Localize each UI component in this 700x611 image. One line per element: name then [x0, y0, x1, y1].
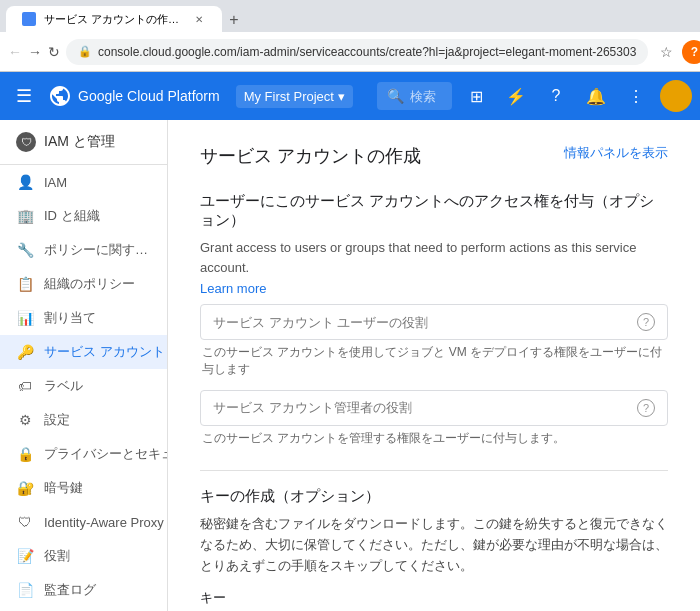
apps-icon[interactable]: ⊞ — [460, 80, 492, 112]
sidebar-item-identity-label: ID と組織 — [44, 207, 100, 225]
sidebar-item-iap-label: Identity-Aware Proxy — [44, 515, 164, 530]
sidebar-item-roles[interactable]: 📝 役割 — [0, 539, 167, 573]
sidebar-item-privacy-security-label: プライバシーとセキュリティ — [44, 445, 168, 463]
bookmark-icon[interactable]: ☆ — [654, 40, 678, 64]
sidebar-item-iap[interactable]: 🛡 Identity-Aware Proxy — [0, 505, 167, 539]
hamburger-menu-button[interactable]: ☰ — [8, 80, 40, 112]
gcp-logo: Google Cloud Platform — [48, 84, 220, 108]
back-button[interactable]: ← — [8, 40, 22, 64]
sidebar-item-quota[interactable]: 📊 割り当て — [0, 301, 167, 335]
sidebar-item-iam[interactable]: 👤 IAM — [0, 165, 167, 199]
search-input[interactable] — [410, 89, 442, 104]
crypto-keys-icon: 🔐 — [16, 479, 34, 497]
iam-header-icon: 🛡 — [16, 132, 36, 152]
iam-icon: 👤 — [16, 173, 34, 191]
org-policy-icon: 📋 — [16, 275, 34, 293]
notification-bell-icon[interactable]: 🔔 — [580, 80, 612, 112]
sidebar-header: 🛡 IAM と管理 — [0, 120, 167, 165]
sidebar-header-label: IAM と管理 — [44, 133, 115, 151]
gcp-logo-icon — [48, 84, 72, 108]
service-account-admin-input[interactable] — [213, 400, 637, 415]
user-access-title: ユーザーにこのサービス アカウントへのアクセス権を付与（オプション） — [200, 192, 668, 230]
key-label: キー — [200, 589, 668, 607]
project-name: My First Project — [244, 89, 334, 104]
labels-icon: 🏷 — [16, 377, 34, 395]
tab-favicon — [22, 12, 36, 26]
key-creation-section: キーの作成（オプション） 秘密鍵を含むファイルをダウンロードします。この鍵を紛失… — [200, 487, 668, 611]
iap-icon: 🛡 — [16, 513, 34, 531]
settings-icon: ⚙ — [16, 411, 34, 429]
main-area: 🛡 IAM と管理 👤 IAM 🏢 ID と組織 🔧 ポリシーに関するトラブル…… — [0, 120, 700, 611]
service-account-admin-hint: このサービス アカウントを管理する権限をユーザーに付与します。 — [200, 430, 668, 447]
audit-log-icon: 📄 — [16, 581, 34, 599]
project-dropdown-icon: ▾ — [338, 89, 345, 104]
roles-icon: 📝 — [16, 547, 34, 565]
learn-more-link[interactable]: Learn more — [200, 281, 266, 296]
url-text: console.cloud.google.com/iam-admin/servi… — [98, 45, 636, 59]
service-account-user-input[interactable] — [213, 315, 637, 330]
active-tab[interactable]: サービス アカウントの作成 - IAM と管理 ✕ — [6, 6, 222, 32]
sidebar-item-service-accounts[interactable]: 🔑 サービス アカウント — [0, 335, 167, 369]
profile-avatar[interactable]: ? — [682, 40, 700, 64]
sidebar-item-crypto-keys[interactable]: 🔐 暗号鍵 — [0, 471, 167, 505]
secure-icon: 🔒 — [78, 45, 92, 58]
sidebar-item-identity[interactable]: 🏢 ID と組織 — [0, 199, 167, 233]
top-navigation: ☰ Google Cloud Platform My First Project… — [0, 72, 700, 120]
service-account-user-hint: このサービス アカウントを使用してジョブと VM をデプロイする権限をユーザーに… — [200, 344, 668, 378]
user-access-description: Grant access to users or groups that nee… — [200, 238, 668, 277]
app-container: ☰ Google Cloud Platform My First Project… — [0, 72, 700, 611]
url-bar[interactable]: 🔒 console.cloud.google.com/iam-admin/ser… — [66, 39, 648, 65]
content-area: サービス アカウントの作成 情報パネルを表示 ユーザーにこのサービス アカウント… — [168, 120, 700, 611]
sidebar-item-org-policy[interactable]: 📋 組織のポリシー — [0, 267, 167, 301]
info-panel-link[interactable]: 情報パネルを表示 — [564, 144, 668, 162]
quota-icon: 📊 — [16, 309, 34, 327]
sidebar-item-audit-log[interactable]: 📄 監査ログ — [0, 573, 167, 607]
key-creation-description: 秘密鍵を含むファイルをダウンロードします。この鍵を紛失すると復元できなくなるため… — [200, 514, 668, 576]
sidebar-item-settings-label: 設定 — [44, 411, 70, 429]
sidebar-item-audit-log-label: 監査ログ — [44, 581, 96, 599]
service-accounts-icon: 🔑 — [16, 343, 34, 361]
sidebar-item-privacy-security[interactable]: 🔒 プライバシーとセキュリティ — [0, 437, 167, 471]
tab-bar: サービス アカウントの作成 - IAM と管理 ✕ + — [0, 0, 700, 32]
user-access-section: ユーザーにこのサービス アカウントへのアクセス権を付与（オプション） Grant… — [200, 192, 668, 446]
service-account-user-help-icon[interactable]: ? — [637, 313, 655, 331]
user-avatar[interactable] — [660, 80, 692, 112]
sidebar-item-crypto-keys-label: 暗号鍵 — [44, 479, 83, 497]
section-divider — [200, 470, 668, 471]
tab-label: サービス アカウントの作成 - IAM と管理 — [44, 12, 184, 27]
sidebar-item-policy-troubleshoot[interactable]: 🔧 ポリシーに関するトラブル… — [0, 233, 167, 267]
toolbar-icons: ☆ ? ⋮ — [654, 40, 700, 64]
privacy-security-icon: 🔒 — [16, 445, 34, 463]
marketplace-icon[interactable]: ⚡ — [500, 80, 532, 112]
sidebar-item-labels[interactable]: 🏷 ラベル — [0, 369, 167, 403]
policy-troubleshoot-icon: 🔧 — [16, 241, 34, 259]
identity-icon: 🏢 — [16, 207, 34, 225]
search-icon: 🔍 — [387, 88, 404, 104]
service-account-user-field[interactable]: ? — [200, 304, 668, 340]
sidebar-item-org-policy-label: 組織のポリシー — [44, 275, 135, 293]
search-bar[interactable]: 🔍 — [377, 82, 452, 110]
sidebar-item-roles-label: 役割 — [44, 547, 70, 565]
new-tab-button[interactable]: + — [222, 8, 246, 32]
service-account-admin-field[interactable]: ? — [200, 390, 668, 426]
page-header: サービス アカウントの作成 情報パネルを表示 — [200, 144, 668, 168]
nav-right-icons: ⊞ ⚡ ? 🔔 ⋮ — [460, 80, 692, 112]
key-creation-title: キーの作成（オプション） — [200, 487, 668, 506]
sidebar-item-settings[interactable]: ⚙ 設定 — [0, 403, 167, 437]
sidebar-item-iam-label: IAM — [44, 175, 67, 190]
sidebar-item-labels-label: ラベル — [44, 377, 83, 395]
gcp-logo-text: Google Cloud Platform — [78, 88, 220, 104]
help-icon[interactable]: ? — [540, 80, 572, 112]
address-bar: ← → ↻ 🔒 console.cloud.google.com/iam-adm… — [0, 32, 700, 72]
page-title: サービス アカウントの作成 — [200, 144, 421, 168]
project-selector[interactable]: My First Project ▾ — [236, 85, 353, 108]
tab-close-button[interactable]: ✕ — [192, 12, 206, 26]
sidebar-item-service-accounts-label: サービス アカウント — [44, 343, 165, 361]
service-account-admin-help-icon[interactable]: ? — [637, 399, 655, 417]
sidebar-item-policy-troubleshoot-label: ポリシーに関するトラブル… — [44, 241, 151, 259]
sidebar-item-quota-label: 割り当て — [44, 309, 96, 327]
sidebar: 🛡 IAM と管理 👤 IAM 🏢 ID と組織 🔧 ポリシーに関するトラブル…… — [0, 120, 168, 611]
more-options-icon[interactable]: ⋮ — [620, 80, 652, 112]
reload-button[interactable]: ↻ — [48, 40, 60, 64]
forward-button[interactable]: → — [28, 40, 42, 64]
